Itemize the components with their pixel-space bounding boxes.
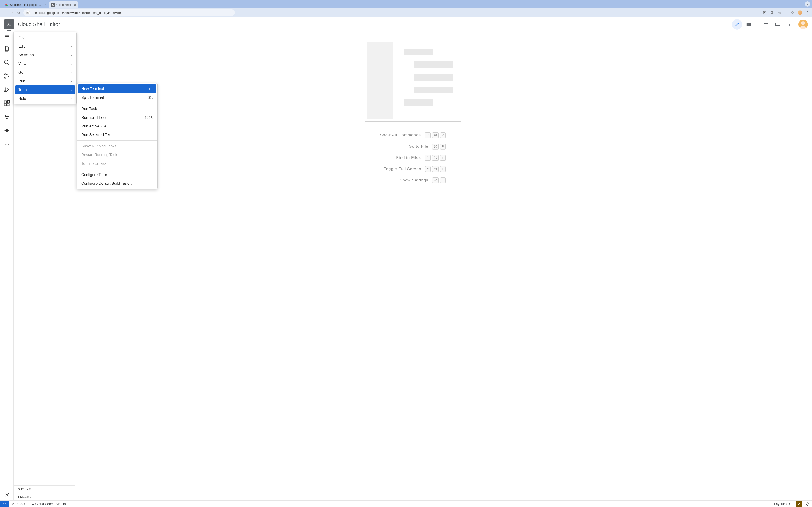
terminal-submenu: New Terminal^⇧`Split Terminal⌘\Run Task.… — [77, 83, 158, 189]
site-info-icon[interactable]: ⊟ — [26, 11, 30, 14]
menu-item-run[interactable]: Run› — [15, 77, 75, 86]
kebab-menu-icon[interactable]: ⋮ — [805, 10, 810, 15]
extensions-button[interactable] — [1, 98, 13, 108]
editor-mode-button[interactable] — [732, 19, 742, 30]
gemini-button[interactable] — [1, 125, 13, 136]
submenu-item[interactable]: Run Build Task...⇧⌘B — [78, 113, 156, 122]
timeline-label: TIMELINE — [18, 495, 32, 499]
profile-avatar[interactable] — [798, 10, 802, 15]
svg-rect-6 — [747, 22, 751, 26]
kbd-key: F — [440, 155, 446, 161]
settings-button[interactable] — [1, 490, 13, 500]
chevron-right-icon: › — [71, 36, 72, 40]
svg-point-0 — [5, 5, 6, 6]
submenu-item[interactable]: Configure Default Build Task... — [78, 179, 156, 188]
shortcut-row: Find in Files⇧⌘F — [380, 155, 446, 161]
hamburger-menu-button[interactable] — [1, 33, 13, 40]
source-control-button[interactable] — [1, 71, 13, 81]
timeline-panel-header[interactable]: › TIMELINE — [14, 493, 75, 500]
user-avatar[interactable] — [798, 20, 808, 29]
app-logo-icon — [4, 19, 14, 30]
browser-tab-active[interactable]: Cloud Shell × — [49, 1, 79, 8]
kbd-key: F — [440, 166, 446, 172]
cloud-code-status[interactable]: ☁ Cloud Code - Sign in — [29, 501, 68, 507]
submenu-label: Run Selected Text — [81, 133, 112, 137]
outline-panel-header[interactable]: › OUTLINE — [14, 486, 75, 493]
menu-item-file[interactable]: File› — [15, 33, 75, 42]
close-icon[interactable]: × — [45, 3, 47, 7]
layout-status[interactable]: Layout: U.S. — [772, 501, 795, 507]
extensions-icon[interactable] — [791, 10, 795, 15]
tab-title: Welcome – lab-project-id-e… — [9, 3, 41, 7]
new-window-button[interactable] — [761, 19, 771, 30]
svg-rect-18 — [7, 104, 9, 106]
menu-item-selection[interactable]: Selection› — [15, 51, 75, 59]
status-bar: ⊘ 0 ⚠ 0 ☁ Cloud Code - Sign in Layout: U… — [0, 500, 812, 507]
svg-point-13 — [4, 77, 6, 78]
submenu-label: Configure Tasks... — [81, 173, 111, 177]
submenu-label: Terminate Task... — [81, 162, 110, 166]
shortcut-label: Go to File — [409, 144, 428, 149]
svg-point-20 — [6, 495, 7, 496]
debug-button[interactable] — [1, 84, 13, 95]
submenu-item[interactable]: Run Active File — [78, 122, 156, 130]
status-chip[interactable] — [796, 501, 802, 507]
more-button[interactable]: ⋯ — [1, 139, 13, 149]
terminal-mode-button[interactable] — [744, 19, 754, 30]
menu-item-edit[interactable]: Edit› — [15, 42, 75, 51]
shortcut-keys: ⇧⌘P — [424, 132, 446, 138]
submenu-label: Show Running Tasks... — [81, 144, 119, 148]
menu-item-go[interactable]: Go› — [15, 68, 75, 77]
back-button[interactable]: ← — [2, 10, 7, 15]
chevron-right-icon: › — [71, 88, 72, 92]
chevron-right-icon: › — [71, 45, 72, 48]
reload-button[interactable]: ⟳ — [16, 10, 21, 15]
submenu-item[interactable]: Configure Tasks... — [78, 170, 156, 179]
browser-address-bar: ← → ⟳ ⊟ shell.cloud.google.com/?show=ide… — [0, 8, 812, 17]
search-button[interactable] — [1, 57, 13, 68]
menu-item-view[interactable]: View› — [15, 59, 75, 68]
kbd-key: ⌘ — [432, 144, 439, 149]
zoom-icon[interactable] — [770, 10, 774, 15]
shortcut-text: ⇧⌘B — [144, 116, 153, 119]
chevron-right-icon: › — [71, 79, 72, 83]
address-input[interactable]: ⊟ shell.cloud.google.com/?show=ide&envir… — [23, 9, 235, 16]
menu-label: Edit — [18, 44, 25, 49]
forward-button[interactable]: → — [9, 10, 14, 15]
chevron-down-icon[interactable]: ⌄ — [805, 1, 810, 7]
problems-button[interactable]: ⊘ 0 ⚠ 0 — [9, 501, 29, 507]
menu-item-terminal[interactable]: Terminal› — [15, 86, 75, 94]
app-title: Cloud Shell Editor — [18, 21, 60, 27]
menu-label: File — [18, 36, 24, 40]
notifications-button[interactable] — [804, 501, 812, 507]
close-icon[interactable]: × — [74, 3, 76, 7]
activity-bar: ⋯ — [0, 32, 14, 500]
bookmark-icon[interactable]: ☆ — [778, 10, 782, 15]
install-icon[interactable] — [763, 10, 767, 15]
browser-tab[interactable]: Welcome – lab-project-id-e… × — [2, 1, 49, 8]
new-tab-button[interactable]: + — [79, 2, 85, 8]
menu-item-help[interactable]: Help› — [15, 94, 75, 103]
cloud-code-button[interactable] — [1, 112, 13, 122]
menu-label: Terminal — [18, 88, 33, 92]
explorer-button[interactable] — [1, 44, 13, 54]
submenu-item[interactable]: Run Task... — [78, 105, 156, 113]
remote-button[interactable] — [0, 501, 9, 507]
layout-button[interactable] — [772, 19, 783, 30]
svg-point-2 — [5, 3, 7, 5]
error-icon: ⊘ — [12, 502, 14, 506]
kbd-key: ⇧ — [424, 132, 431, 138]
svg-rect-16 — [4, 101, 6, 103]
svg-rect-17 — [4, 104, 6, 106]
chevron-right-icon: › — [15, 495, 17, 499]
kbd-key: ⇧ — [424, 155, 431, 161]
kbd-key: P — [440, 132, 446, 138]
submenu-item[interactable]: Run Selected Text — [78, 130, 156, 139]
submenu-item[interactable]: Split Terminal⌘\ — [78, 93, 156, 102]
submenu-item[interactable]: New Terminal^⇧` — [78, 84, 156, 93]
svg-rect-19 — [7, 101, 9, 103]
shortcut-row: Toggle Full Screen^⌘F — [380, 166, 446, 172]
submenu-item: Show Running Tasks... — [78, 142, 156, 151]
more-menu-button[interactable]: ⋮ — [784, 19, 795, 30]
cloud-icon: ☁ — [31, 502, 34, 506]
